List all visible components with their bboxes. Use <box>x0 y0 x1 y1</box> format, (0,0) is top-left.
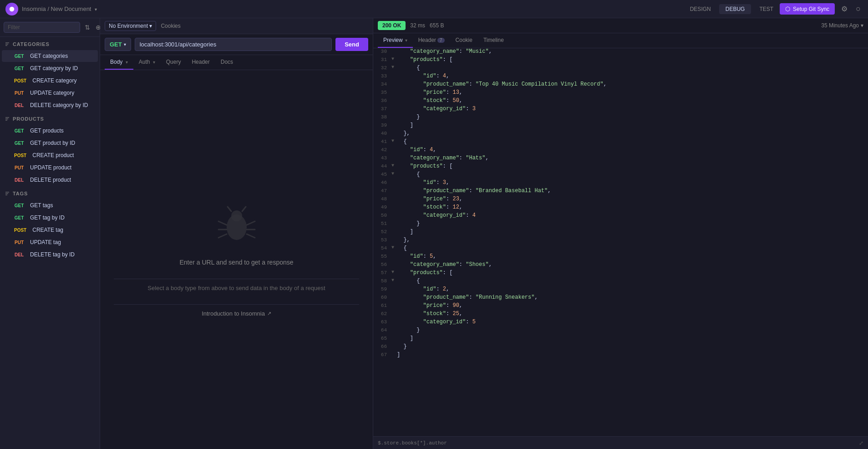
sidebar-item-label: GET category by ID <box>30 65 78 71</box>
tab-docs[interactable]: Docs <box>215 55 239 70</box>
code-line: 41▼ { <box>373 138 868 147</box>
code-line: 39 ] <box>373 122 868 130</box>
sidebar-item-label: DELETE category by ID <box>30 102 88 108</box>
request-panel: No Environment ▾ Cookies GET ▾ Send Body… <box>100 18 373 449</box>
tab-auth[interactable]: Auth ▾ <box>133 55 161 70</box>
setup-git-sync-button[interactable]: ⬡ Setup Git Sync <box>780 3 835 15</box>
sidebar-item-update-product[interactable]: PUT UPDATE product <box>2 162 98 173</box>
code-line: 54▼ { <box>373 245 868 253</box>
sidebar-item-create-product[interactable]: POST CREATE product <box>2 149 98 161</box>
filter-input[interactable] <box>4 22 80 33</box>
top-nav: DESIGN DEBUG TEST <box>684 4 780 14</box>
tab-preview[interactable]: Preview ▾ <box>378 33 413 48</box>
jq-input[interactable] <box>378 440 859 446</box>
tab-cookie[interactable]: Cookie <box>450 33 478 48</box>
code-line: 51 } <box>373 220 868 229</box>
tab-debug[interactable]: DEBUG <box>719 4 751 14</box>
method-badge-get: GET <box>12 203 26 209</box>
code-line: 62 "stock": 25, <box>373 311 868 319</box>
code-line: 64 } <box>373 327 868 335</box>
intro-link[interactable]: Introduction to Insomnia ↗ <box>202 310 271 317</box>
env-bar: No Environment ▾ Cookies <box>100 18 373 34</box>
method-badge-get: GET <box>12 66 26 71</box>
method-badge-get: GET <box>12 128 26 134</box>
method-badge-put: PUT <box>12 240 26 245</box>
tab-header[interactable]: Header 7 <box>413 33 450 48</box>
chevron-down-icon: ▾ <box>153 60 155 65</box>
code-line: 30 "category_name": "Music", <box>373 48 868 56</box>
jq-bar: ⤢ <box>373 436 868 449</box>
categories-label: CATEGORIES <box>13 41 50 47</box>
method-badge-post: POST <box>12 78 29 84</box>
code-line: 52 ] <box>373 229 868 237</box>
response-panel: 200 OK 32 ms 655 B 35 Minutes Ago ▾ Prev… <box>373 18 868 449</box>
external-link-icon: ↗ <box>267 311 271 316</box>
settings-button[interactable]: ⚙ <box>839 3 849 15</box>
tab-header[interactable]: Header <box>186 55 215 70</box>
method-badge-post: POST <box>12 153 29 158</box>
code-line: 47 "product_name": "Branded Baseball Hat… <box>373 188 868 196</box>
sidebar-item-label: GET products <box>30 128 64 134</box>
tab-timeline[interactable]: Timeline <box>478 33 509 48</box>
tab-design[interactable]: DESIGN <box>684 4 717 14</box>
tab-body[interactable]: Body ▾ <box>105 55 133 70</box>
sidebar-item-get-product-by-id[interactable]: GET GET product by ID <box>2 137 98 149</box>
svg-line-5 <box>218 234 227 238</box>
products-label: PRODUCTS <box>13 116 44 122</box>
sidebar-item-get-tag-by-id[interactable]: GET GET tag by ID <box>2 212 98 224</box>
sidebar-item-delete-category[interactable]: DEL DELETE category by ID <box>2 99 98 111</box>
sidebar-item-get-products[interactable]: GET GET products <box>2 125 98 137</box>
method-badge-put: PUT <box>12 165 26 171</box>
sidebar-item-get-category-by-id[interactable]: GET GET category by ID <box>2 62 98 74</box>
status-badge: 200 OK <box>378 21 406 30</box>
code-line: 56 "category_name": "Shoes", <box>373 261 868 270</box>
code-line: 53 }, <box>373 237 868 245</box>
user-icon: ○ <box>856 4 861 13</box>
send-button[interactable]: Send <box>335 38 368 51</box>
sidebar-item-label: UPDATE category <box>30 90 74 96</box>
sort-button[interactable]: ⇅ <box>83 23 92 32</box>
sidebar-group-tags[interactable]: TAGS <box>0 186 100 199</box>
url-input[interactable] <box>135 38 332 51</box>
sidebar-item-create-category[interactable]: POST CREATE category <box>2 75 98 87</box>
code-line: 45▼ { <box>373 171 868 179</box>
method-selector[interactable]: GET ▾ <box>105 38 131 51</box>
sidebar-group-categories[interactable]: CATEGORIES <box>0 37 100 50</box>
chevron-down-icon: ▾ <box>149 23 152 29</box>
sidebar-item-label: UPDATE product <box>30 164 71 171</box>
code-line: 38 } <box>373 114 868 122</box>
sidebar-item-delete-tag[interactable]: DEL DELETE tag by ID <box>2 249 98 260</box>
method-badge-get: GET <box>12 215 26 221</box>
sidebar-item-delete-product[interactable]: DEL DELETE product <box>2 174 98 186</box>
environment-selector[interactable]: No Environment ▾ <box>105 21 156 31</box>
sidebar-item-create-tag[interactable]: POST CREATE tag <box>2 224 98 236</box>
divider-2 <box>114 304 359 305</box>
code-line: 44▼ "products": [ <box>373 163 868 171</box>
sidebar-content: CATEGORIES GET GET categories GET GET ca… <box>0 37 100 449</box>
sidebar-item-get-tags[interactable]: GET GET tags <box>2 199 98 211</box>
code-line: 34 "product_name": "Top 40 Music Compila… <box>373 81 868 89</box>
sidebar-item-label: CREATE tag <box>32 227 63 233</box>
svg-line-6 <box>247 221 255 225</box>
sidebar-group-products[interactable]: PRODUCTS <box>0 112 100 124</box>
cookies-button[interactable]: Cookies <box>161 23 180 29</box>
method-badge-del: DEL <box>12 252 26 258</box>
sidebar-toolbar: ⇅ ⊕ ▾ <box>0 18 100 37</box>
response-size: 655 B <box>430 22 444 29</box>
tab-test[interactable]: TEST <box>753 4 780 14</box>
sidebar-item-get-categories[interactable]: GET GET categories <box>2 50 98 62</box>
divider <box>114 279 359 279</box>
user-button[interactable]: ○ <box>854 2 863 15</box>
document-name: New Document <box>51 5 91 12</box>
sidebar-item-update-tag[interactable]: PUT UPDATE tag <box>2 236 98 248</box>
code-line: 55 "id": 5, <box>373 253 868 261</box>
code-line: 57▼ "products": [ <box>373 270 868 278</box>
sidebar-item-update-category[interactable]: PUT UPDATE category <box>2 87 98 99</box>
code-line: 61 "price": 90, <box>373 302 868 311</box>
code-line: 48 "price": 23, <box>373 196 868 204</box>
response-code-view[interactable]: 30 "category_name": "Music",31▼ "product… <box>373 48 868 436</box>
method-badge-del: DEL <box>12 177 26 183</box>
app-name: Insomnia <box>22 5 46 12</box>
svg-line-9 <box>228 207 231 211</box>
tab-query[interactable]: Query <box>161 55 187 70</box>
